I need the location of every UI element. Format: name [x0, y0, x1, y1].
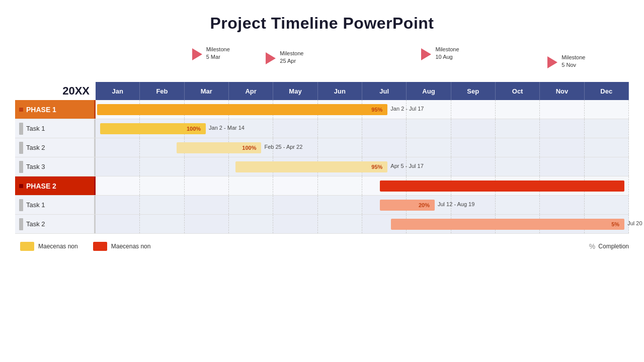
gantt-row-5: Task 120%Jul 12 - Aug 19: [15, 196, 629, 215]
gantt-bar-5: 20%: [380, 200, 435, 211]
grid-cell-4-4: [273, 176, 317, 195]
grid-cell-4-1: [140, 176, 184, 195]
month-header-mar: Mar: [185, 82, 229, 100]
month-header-jun: Jun: [318, 82, 362, 100]
grid-cell-3-1: [140, 157, 184, 176]
grid-cell-2-5: [318, 138, 362, 157]
gantt-row-2: Task 2100%Feb 25 - Apr 22: [15, 138, 629, 157]
row-label-text-0: PHASE 1: [26, 106, 56, 114]
milestone-3: Milestone5 Nov: [547, 54, 585, 69]
month-header-aug: Aug: [407, 82, 451, 100]
grid-cell-4-2: [185, 176, 229, 195]
grid-cell-0-8: [451, 100, 496, 119]
grid-cells-5: 20%Jul 12 - Aug 19: [96, 196, 629, 214]
bar-dates-1: Jan 2 - Mar 14: [209, 125, 245, 131]
legend-color-0: [20, 242, 34, 251]
grid-cell-6-4: [273, 215, 317, 233]
grid-cell-2-7: [407, 138, 451, 157]
grid-cell-1-5: [318, 119, 362, 138]
legend-item-1: Maecenas non: [93, 242, 151, 251]
grid-cell-1-11: [585, 119, 629, 138]
grid-cells-1: 100%Jan 2 - Mar 14: [96, 119, 629, 138]
legend-row: Maecenas nonMaecenas non%Completion: [15, 242, 629, 251]
bar-dates-2: Feb 25 - Apr 22: [264, 144, 302, 150]
pct-symbol: %: [589, 242, 595, 250]
grid-cell-1-9: [496, 119, 540, 138]
row-label-0: PHASE 1: [15, 100, 96, 119]
grid-cell-3-9: [496, 157, 540, 176]
grid-cell-0-10: [540, 100, 584, 119]
month-header-dec: Dec: [585, 82, 629, 100]
grid-cell-0-9: [496, 100, 540, 119]
month-header-oct: Oct: [496, 82, 540, 100]
grid-cell-5-11: [585, 196, 629, 214]
grid-cell-5-5: [318, 196, 362, 214]
month-header-jul: Jul: [362, 82, 407, 100]
bar-pct-5: 20%: [419, 202, 432, 208]
grid-cell-4-0: [96, 176, 140, 195]
grid-cell-6-1: [140, 215, 184, 233]
milestone-text-2: Milestone10 Aug: [435, 46, 459, 61]
grid-cell-1-10: [540, 119, 584, 138]
grid-cell-5-3: [229, 196, 273, 214]
legend-color-1: [93, 242, 107, 251]
grid-cell-6-5: [318, 215, 362, 233]
month-header-may: May: [273, 82, 317, 100]
grid-cells-4: [96, 176, 629, 195]
task-marker-1: [19, 123, 23, 135]
grid-cells-6: 5%Jul 20 - Nov 27: [96, 215, 629, 233]
grid-cell-6-0: [96, 215, 140, 233]
bar-pct-6: 5%: [611, 221, 621, 227]
task-marker-6: [19, 218, 23, 230]
grid-cell-2-6: [362, 138, 407, 157]
phase-marker-4: [19, 184, 23, 188]
year-label: 20XX: [15, 82, 96, 100]
grid-cells-0: 95%Jan 2 - Jul 17: [96, 100, 629, 119]
legend-label-0: Maecenas non: [38, 243, 78, 250]
bar-pct-0: 95%: [371, 107, 384, 113]
grid-cell-5-10: [540, 196, 584, 214]
milestone-flag-2: Milestone10 Aug: [421, 46, 459, 61]
grid-cell-6-3: [229, 215, 273, 233]
gantt-bar-3: 95%: [235, 161, 387, 172]
grid-cell-0-11: [585, 100, 629, 119]
task-marker-3: [19, 161, 23, 173]
grid-cell-1-4: [273, 119, 317, 138]
grid-cell-5-2: [185, 196, 229, 214]
row-label-4: PHASE 2: [15, 176, 96, 195]
milestone-flag-0: Milestone5 Mar: [192, 46, 230, 61]
grid-cell-4-5: [318, 176, 362, 195]
row-label-text-6: Task 2: [26, 220, 45, 228]
gantt-bar-2: 100%: [177, 142, 262, 153]
row-label-5: Task 1: [15, 196, 96, 214]
gantt-row-1: Task 1100%Jan 2 - Mar 14: [15, 119, 629, 138]
grid-cell-2-11: [585, 138, 629, 157]
gantt-bar-4: [380, 180, 624, 192]
gantt-row-0: PHASE 195%Jan 2 - Jul 17: [15, 100, 629, 119]
grid-cell-3-10: [540, 157, 584, 176]
milestones-row: Milestone5 Mar Milestone25 Apr Milestone…: [96, 42, 629, 82]
grid-cell-5-9: [496, 196, 540, 214]
milestone-0: Milestone5 Mar: [192, 46, 230, 61]
chart-wrapper: Milestone5 Mar Milestone25 Apr Milestone…: [15, 42, 629, 251]
legend-completion: %Completion: [589, 242, 629, 250]
bar-dates-3: Apr 5 - Jul 17: [390, 163, 423, 169]
row-label-6: Task 2: [15, 215, 96, 233]
grid-cell-2-8: [451, 138, 496, 157]
milestone-flag-1: Milestone25 Apr: [266, 50, 303, 65]
month-header: JanFebMarAprMayJunJulAugSepOctNovDec: [96, 82, 629, 100]
milestone-text-0: Milestone5 Mar: [206, 46, 230, 61]
legend-item-0: Maecenas non: [20, 242, 78, 251]
grid-cell-2-9: [496, 138, 540, 157]
bar-dates-0: Jan 2 - Jul 17: [390, 106, 424, 112]
grid-cell-3-8: [451, 157, 496, 176]
grid-cell-3-11: [585, 157, 629, 176]
bar-dates-5: Jul 12 - Aug 19: [438, 201, 474, 207]
gantt-row-6: Task 25%Jul 20 - Nov 27: [15, 215, 629, 234]
row-label-1: Task 1: [15, 119, 96, 138]
milestone-flag-3: Milestone5 Nov: [547, 54, 585, 69]
bar-dates-6: Jul 20 - Nov 27: [627, 220, 644, 226]
gantt-bar-0: 95%: [97, 104, 388, 115]
month-header-jan: Jan: [96, 82, 140, 100]
grid-cell-2-10: [540, 138, 584, 157]
